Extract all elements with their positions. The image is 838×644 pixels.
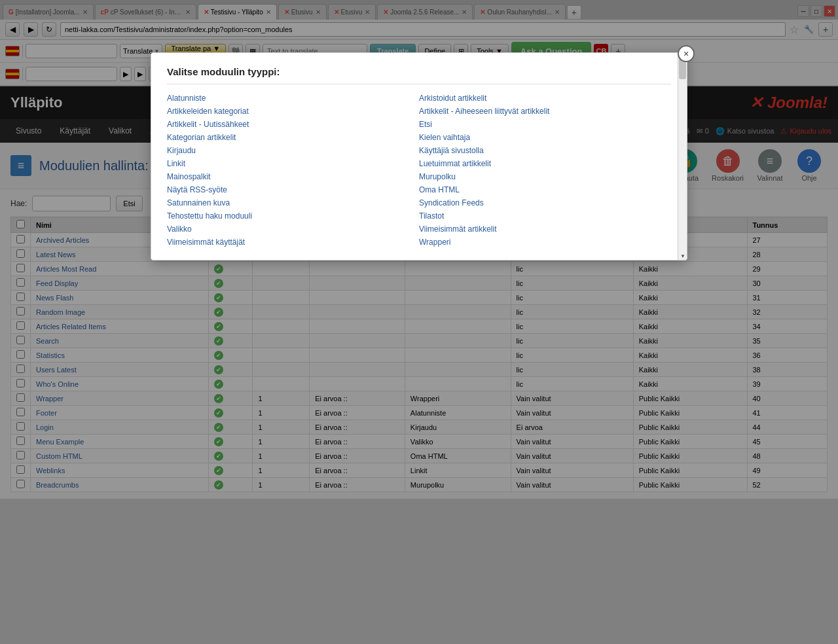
modal-link-left-10[interactable]: Valikko: [167, 224, 419, 234]
modal-link-right-7[interactable]: Oma HTML: [419, 185, 671, 194]
modal-close-button[interactable]: ×: [678, 45, 695, 62]
modal-link-left-6[interactable]: Mainospalkit: [167, 172, 419, 181]
modal-link-left-7[interactable]: Näytä RSS-syöte: [167, 185, 419, 194]
modal-scrollbar[interactable]: ▲ ▼: [678, 53, 687, 260]
modal-link-right-3[interactable]: Kielen vaihtaja: [419, 133, 671, 142]
modal-link-right-2[interactable]: Etsi: [419, 120, 671, 129]
modal-columns: AlatunnisteArtikkeleiden kategoriatArtik…: [167, 94, 671, 247]
modal-overlay: × Valitse moduulin tyyppi: AlatunnisteAr…: [0, 0, 838, 644]
modal-link-right-4[interactable]: Käyttäjiä sivustolla: [419, 146, 671, 155]
modal-link-right-1[interactable]: Artikkelit - Aiheeseen liittyvät artikke…: [419, 107, 671, 116]
modal-link-left-8[interactable]: Satunnainen kuva: [167, 198, 419, 207]
modal-link-right-6[interactable]: Murupolku: [419, 172, 671, 181]
modal-link-left-4[interactable]: Kirjaudu: [167, 146, 419, 155]
modal-link-right-5[interactable]: Luetuimmat artikkelit: [419, 159, 671, 168]
modal-body: Valitse moduulin tyyppi: AlatunnisteArti…: [151, 53, 687, 260]
modal-link-left-0[interactable]: Alatunniste: [167, 94, 419, 103]
modal-link-right-8[interactable]: Syndication Feeds: [419, 198, 671, 207]
modal-link-left-9[interactable]: Tehostettu haku moduuli: [167, 211, 419, 221]
modal-link-right-10[interactable]: Viimeisimmät artikkelit: [419, 224, 671, 234]
modal-left-col: AlatunnisteArtikkeleiden kategoriatArtik…: [167, 94, 419, 247]
modal-link-left-5[interactable]: Linkit: [167, 159, 419, 168]
modal-right-col: Arkistoidut artikkelitArtikkelit - Aihee…: [419, 94, 671, 247]
scrollbar-down-arrow[interactable]: ▼: [679, 252, 687, 260]
module-type-modal: × Valitse moduulin tyyppi: AlatunnisteAr…: [151, 52, 687, 260]
modal-link-left-2[interactable]: Artikkelit - Uutissähkeet: [167, 120, 419, 129]
modal-link-right-11[interactable]: Wrapperi: [419, 238, 671, 247]
modal-link-left-1[interactable]: Artikkeleiden kategoriat: [167, 107, 419, 116]
modal-link-left-11[interactable]: Viimeisimmät käyttäjät: [167, 238, 419, 247]
modal-link-right-9[interactable]: Tilastot: [419, 211, 671, 221]
modal-title: Valitse moduulin tyyppi:: [167, 66, 671, 84]
modal-link-right-0[interactable]: Arkistoidut artikkelit: [419, 94, 671, 103]
modal-link-left-3[interactable]: Kategorian artikkelit: [167, 133, 419, 142]
